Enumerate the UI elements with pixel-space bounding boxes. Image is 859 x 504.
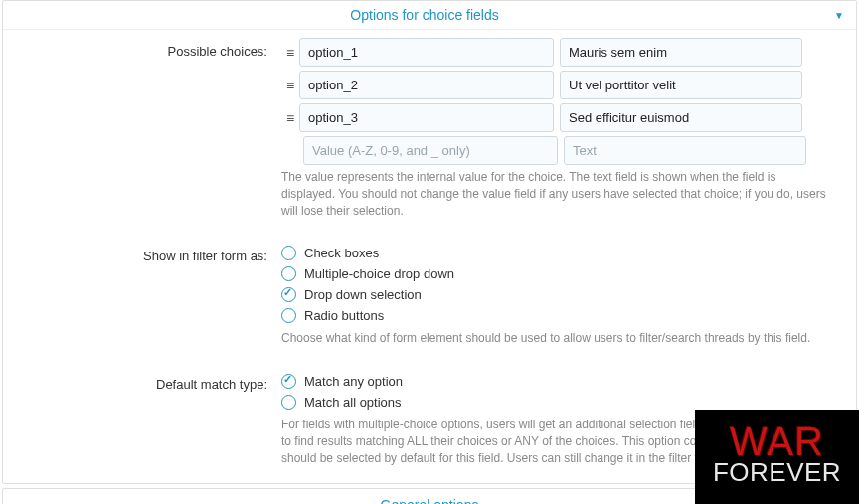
choice-value-input[interactable] (299, 38, 554, 67)
match-type-label: Default match type: (15, 371, 281, 392)
drag-handle-icon[interactable]: ≡ (281, 78, 299, 93)
radio-icon (281, 374, 296, 389)
logo-overlay: WAR FOREVER (695, 410, 859, 504)
radio-label: Check boxes (304, 246, 379, 260)
choice-value-input[interactable] (299, 103, 554, 132)
radio-label: Radio buttons (304, 308, 384, 323)
possible-choices-body: ≡ ≡ ≡ The value repre (281, 38, 844, 219)
choice-row-new (281, 136, 844, 165)
filter-form-label: Show in filter form as: (15, 243, 281, 263)
choice-row: ≡ (281, 103, 844, 132)
general-options-title: General options (381, 497, 479, 504)
possible-choices-row: Possible choices: ≡ ≡ ≡ (15, 38, 844, 219)
choice-text-input[interactable] (560, 38, 802, 67)
choice-value-input[interactable] (299, 71, 554, 99)
filter-form-help: Choose what kind of form element should … (281, 330, 828, 347)
choice-row: ≡ (281, 38, 844, 67)
radio-icon (281, 308, 296, 323)
choice-text-input[interactable] (560, 71, 802, 99)
choice-row: ≡ (281, 71, 844, 99)
radio-radiobuttons[interactable]: Radio buttons (281, 305, 844, 326)
logo-line1: WAR (730, 425, 824, 457)
radio-match-any[interactable]: Match any option (281, 371, 844, 392)
possible-choices-help: The value represents the internal value … (281, 169, 828, 219)
radio-checkboxes[interactable]: Check boxes (281, 243, 844, 263)
filter-form-row: Show in filter form as: Check boxes Mult… (15, 243, 844, 347)
drag-handle-icon[interactable]: ≡ (281, 110, 299, 126)
radio-label: Drop down selection (304, 287, 422, 302)
drag-handle-icon[interactable]: ≡ (281, 45, 299, 61)
radio-label: Multiple-choice drop down (304, 266, 454, 281)
choice-value-input-new[interactable] (303, 136, 558, 165)
filter-form-body: Check boxes Multiple-choice drop down Dr… (281, 243, 844, 347)
radio-icon (281, 395, 296, 410)
radio-multiple-dropdown[interactable]: Multiple-choice drop down (281, 263, 844, 284)
panel-title: Options for choice fields (15, 7, 834, 23)
logo-line2: FOREVER (713, 457, 841, 488)
chevron-down-icon: ▼ (834, 10, 844, 21)
choice-text-input-new[interactable] (564, 136, 806, 165)
radio-icon (281, 246, 296, 260)
panel-header[interactable]: Options for choice fields ▼ (3, 1, 856, 30)
choice-text-input[interactable] (560, 103, 802, 132)
radio-dropdown[interactable]: Drop down selection (281, 284, 844, 305)
radio-label: Match any option (304, 374, 403, 389)
possible-choices-label: Possible choices: (15, 38, 281, 59)
radio-icon (281, 266, 296, 281)
radio-label: Match all options (304, 395, 402, 410)
radio-icon (281, 287, 296, 302)
